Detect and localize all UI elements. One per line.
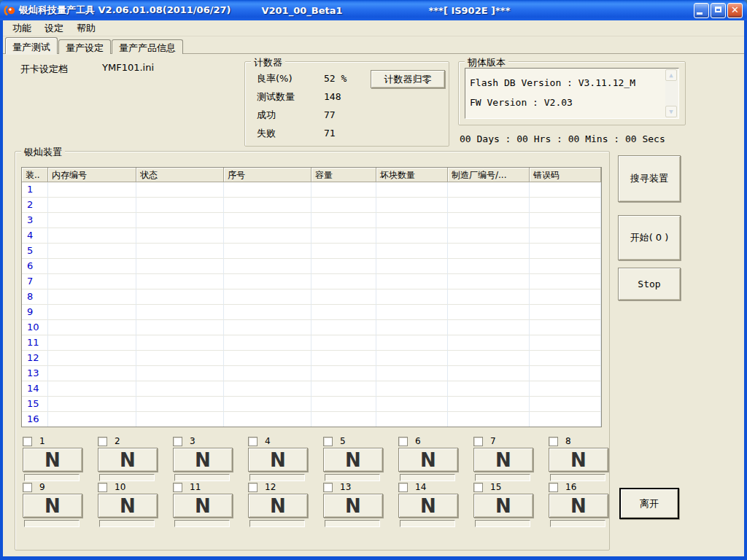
slot-status-button-12[interactable]: N (248, 494, 308, 518)
slot-progress-bar-2 (99, 474, 155, 481)
cell (530, 335, 601, 351)
table-row[interactable]: 12 (22, 351, 601, 366)
slot-number-label: 9 (39, 482, 45, 492)
slot-status-button-9[interactable]: N (23, 494, 82, 518)
slot-checkbox-1[interactable] (23, 437, 32, 446)
slot-status-button-1[interactable]: N (23, 448, 82, 472)
table-row[interactable]: 10 (22, 320, 601, 335)
menu-item-1[interactable]: 设定 (38, 20, 70, 36)
table-row[interactable]: 13 (22, 366, 601, 381)
slot-status-button-16[interactable]: N (549, 494, 608, 518)
cell (448, 305, 530, 320)
table-row[interactable]: 7 (22, 274, 601, 289)
column-header-2[interactable]: 状态 (136, 168, 224, 182)
cell (376, 351, 448, 366)
slot-status-button-10[interactable]: N (98, 494, 158, 518)
slot-checkbox-9[interactable] (23, 483, 32, 492)
cell (311, 198, 376, 213)
close-icon: ✕ (731, 4, 739, 15)
slot-6: 6N (398, 435, 468, 481)
cell (48, 397, 136, 412)
table-row[interactable]: 5 (22, 244, 601, 259)
slot-status-button-3[interactable]: N (173, 448, 233, 472)
exit-button[interactable]: 离开 (619, 488, 679, 519)
menu-item-0[interactable]: 功能 (6, 20, 38, 36)
row-number: 9 (22, 305, 48, 320)
column-header-0[interactable]: 装.. (22, 168, 48, 182)
tab-1[interactable]: 量产设定 (58, 39, 111, 54)
menu-item-2[interactable]: 帮助 (70, 20, 102, 36)
slot-checkbox-3[interactable] (173, 437, 182, 446)
slot-status-button-2[interactable]: N (98, 448, 158, 472)
slot-status-button-11[interactable]: N (173, 494, 233, 518)
table-row[interactable]: 15 (22, 397, 601, 412)
column-header-1[interactable]: 内存编号 (48, 168, 136, 182)
table-row[interactable]: 16 (22, 412, 601, 427)
slot-checkbox-12[interactable] (248, 483, 258, 492)
column-header-4[interactable]: 容量 (311, 168, 376, 182)
slot-checkbox-13[interactable] (323, 483, 333, 492)
cell (136, 381, 224, 397)
row-number: 12 (22, 351, 48, 366)
column-header-7[interactable]: 错误码 (530, 168, 601, 182)
slot-status-button-5[interactable]: N (323, 448, 383, 472)
window-title: 银灿科技量产工具 V2.06.01.08(2011/06/27) (19, 4, 231, 17)
close-button[interactable]: ✕ (727, 3, 743, 18)
scroll-down-icon[interactable]: ▼ (665, 106, 677, 117)
table-row[interactable]: 11 (22, 335, 601, 351)
cell (224, 259, 311, 274)
column-header-5[interactable]: 坏块数量 (376, 168, 448, 182)
slot-status-button-8[interactable]: N (549, 448, 608, 472)
minimize-button[interactable] (694, 3, 709, 18)
counter-reset-button[interactable]: 计数器归零 (371, 70, 445, 88)
firmware-scrollbar[interactable]: ▲ ▼ (665, 69, 678, 117)
slot-checkbox-11[interactable] (173, 483, 182, 492)
table-row[interactable]: 9 (22, 305, 601, 320)
cell (311, 351, 376, 366)
slot-status-button-13[interactable]: N (323, 494, 383, 518)
slot-checkbox-8[interactable] (549, 437, 558, 446)
slot-status-button-15[interactable]: N (473, 494, 533, 518)
column-header-3[interactable]: 序号 (224, 168, 311, 182)
slot-checkbox-5[interactable] (323, 437, 333, 446)
stop-button[interactable]: Stop (618, 268, 681, 300)
search-devices-button[interactable]: 搜寻装置 (618, 155, 681, 202)
table-row[interactable]: 3 (22, 213, 601, 228)
cell (48, 335, 136, 351)
start-button[interactable]: 开始( 0 ) (618, 215, 681, 260)
table-row[interactable]: 6 (22, 259, 601, 274)
slot-status-button-14[interactable]: N (398, 494, 458, 518)
slot-checkbox-6[interactable] (398, 437, 408, 446)
slot-progress-bar-5 (325, 474, 380, 481)
cell (530, 289, 601, 305)
table-row[interactable]: 14 (22, 381, 601, 397)
tab-0[interactable]: 量产测试 (5, 37, 58, 54)
cell (136, 366, 224, 381)
cell (136, 412, 224, 427)
cell (224, 244, 311, 259)
slot-checkbox-14[interactable] (398, 483, 408, 492)
slot-checkbox-10[interactable] (98, 483, 107, 492)
slot-status-button-4[interactable]: N (248, 448, 308, 472)
maximize-button[interactable] (711, 3, 726, 18)
tab-2[interactable]: 量产产品信息 (112, 39, 183, 54)
table-row[interactable]: 2 (22, 198, 601, 213)
table-row[interactable]: 1 (22, 182, 601, 198)
slot-status-button-6[interactable]: N (398, 448, 458, 472)
slot-checkbox-4[interactable] (248, 437, 258, 446)
slot-progress-bar-6 (400, 474, 455, 481)
slot-checkbox-16[interactable] (549, 483, 558, 492)
scroll-up-icon[interactable]: ▲ (665, 69, 677, 81)
slot-status-button-7[interactable]: N (473, 448, 533, 472)
slot-checkbox-row: 15 (473, 481, 543, 493)
slot-checkbox-2[interactable] (98, 437, 107, 446)
counter-row-label: 成功 (257, 109, 324, 122)
cell (311, 412, 376, 427)
table-row[interactable]: 8 (22, 289, 601, 305)
table-row[interactable]: 4 (22, 228, 601, 244)
slot-number-label: 7 (490, 436, 496, 446)
cell (136, 228, 224, 244)
slot-checkbox-15[interactable] (473, 483, 483, 492)
slot-checkbox-7[interactable] (473, 437, 483, 446)
column-header-6[interactable]: 制造厂编号/... (448, 168, 530, 182)
